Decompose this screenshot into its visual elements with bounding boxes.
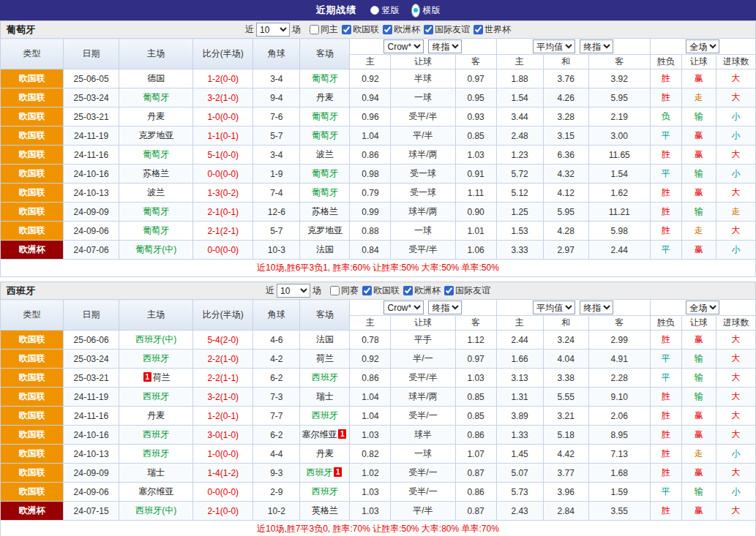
checkbox-input[interactable] (444, 286, 454, 295)
layout-radio-vertical[interactable]: 竖版 (370, 4, 400, 17)
result-cell: 胜 (650, 222, 681, 241)
odds-home-cell: 0.88 (350, 222, 391, 241)
average-select[interactable]: 平均值 (533, 301, 575, 314)
scope-select[interactable]: 全场 (686, 301, 719, 314)
scope-select[interactable]: 全场 (686, 39, 719, 53)
filter-checkbox[interactable]: 世界杯 (474, 23, 511, 36)
checkbox-input[interactable] (474, 25, 483, 34)
goals-cell: 小 (716, 445, 755, 464)
date-cell: 24-09-06 (64, 483, 119, 502)
odds-home-header: 主 (350, 316, 391, 331)
avg-home-cell: 1.31 (496, 388, 543, 407)
avg-draw-cell: 4.12 (543, 184, 588, 203)
avg-home-cell: 3.13 (496, 369, 543, 388)
result-cell: 胜 (650, 69, 681, 88)
avg-home-cell: 2.48 (496, 127, 543, 146)
odds-time-select[interactable]: 终指 (428, 39, 462, 53)
filter-checkbox[interactable]: 国际友谊 (424, 23, 470, 36)
date-cell: 24-11-19 (64, 127, 119, 146)
filter-checkbox[interactable]: 国际友谊 (444, 284, 490, 297)
average-time-select[interactable]: 终指 (580, 39, 613, 53)
date-cell: 25-03-24 (64, 88, 119, 107)
checkbox-input[interactable] (310, 25, 319, 34)
handicap-result-cell: 赢 (681, 407, 716, 426)
checkbox-input[interactable] (330, 286, 340, 295)
avg-home-cell: 1.33 (496, 426, 543, 445)
date-cell: 25-03-21 (64, 369, 119, 388)
checkbox-label: 欧洲杯 (414, 284, 441, 297)
checkbox-input[interactable] (383, 25, 392, 34)
competition-filter-checkboxes: 同赛欧国联欧洲杯国际友谊 (326, 284, 490, 297)
score-cell: 1-1(0-1) (193, 127, 253, 146)
filter-checkbox[interactable]: 同主 (310, 23, 338, 36)
odds-handicap-cell: 平/半 (391, 502, 455, 521)
filter-checkbox[interactable]: 欧国联 (342, 23, 379, 36)
avg-home-cell: 3.44 (496, 107, 543, 127)
odds-home-cell: 0.79 (350, 184, 391, 203)
games-count-select[interactable]: 10 (277, 284, 310, 298)
filter-checkbox[interactable]: 欧洲杯 (403, 284, 441, 297)
away-team-cell: 西班牙 (300, 369, 350, 388)
match-row: 欧国联24-10-16西班牙3-0(1-0)6-2塞尔维亚11.03球半0.86… (1, 426, 756, 445)
filter-checkbox[interactable]: 欧国联 (362, 284, 400, 297)
away-team-cell: 英格兰 (300, 502, 350, 521)
filters-bar: 近 10 场 同赛欧国联欧洲杯国际友谊 (266, 284, 490, 298)
bookmaker-select[interactable]: Crow* (383, 301, 424, 314)
layout-radio-horizontal[interactable]: 横版 (411, 4, 441, 18)
handicap-result-cell: 走 (681, 88, 716, 107)
result-cell: 负 (650, 107, 681, 127)
competition-type-cell: 欧国联 (1, 165, 64, 184)
filter-checkbox[interactable]: 同赛 (330, 284, 359, 297)
odds-home-cell: 0.78 (350, 331, 391, 350)
handicap-result-cell: 走 (681, 222, 716, 241)
checkbox-label: 国际友谊 (455, 284, 490, 297)
goals-cell: 大 (716, 331, 755, 350)
avg-draw-cell: 6.36 (543, 146, 588, 165)
goals-cell: 小 (716, 107, 755, 127)
odds-time-select[interactable]: 终指 (428, 301, 462, 314)
team-name: 苏格兰 (312, 206, 338, 216)
avg-draw-cell: 3.38 (543, 369, 588, 388)
bookmaker-select[interactable]: Crow* (383, 39, 424, 53)
date-cell: 25-03-24 (64, 350, 119, 369)
checkbox-input[interactable] (362, 286, 372, 295)
team-title: 西班牙 (7, 284, 35, 298)
games-count-select[interactable]: 10 (256, 23, 290, 37)
avg-draw-cell: 5.18 (543, 426, 588, 445)
odds-away-cell: 1.12 (455, 331, 496, 350)
avg-away-cell: 2.44 (588, 241, 650, 260)
date-cell: 24-09-09 (64, 203, 119, 222)
competition-type-cell: 欧国联 (1, 146, 64, 165)
date-cell: 24-10-13 (64, 445, 119, 464)
match-row: 欧国联25-06-05德国1-2(0-0)3-4葡萄牙0.92半球0.971.8… (1, 69, 756, 88)
avg-home-cell: 5.72 (496, 165, 543, 184)
checkbox-input[interactable] (403, 286, 413, 295)
checkbox-input[interactable] (424, 25, 433, 34)
away-team-cell: 葡萄牙 (300, 107, 350, 127)
score-cell: 2-2(1-0) (193, 350, 253, 369)
result-cell: 胜 (650, 146, 681, 165)
result-cell: 平 (650, 165, 681, 184)
match-row: 欧洲杯24-07-06葡萄牙(中)0-0(0-0)10-3法国0.84受平/半1… (1, 241, 756, 260)
checkbox-input[interactable] (342, 25, 351, 34)
avg-away-cell: 2.28 (588, 369, 650, 388)
score-column-header: 比分(半场) (193, 39, 253, 69)
average-time-select[interactable]: 终指 (580, 301, 613, 314)
odds-home-cell: 1.04 (350, 388, 391, 407)
radio-icon (411, 4, 420, 18)
team-name: 波兰 (147, 187, 165, 197)
avg-away-cell: 9.10 (588, 388, 650, 407)
avg-away-cell: 2.19 (588, 107, 650, 127)
odds-home-cell: 1.03 (350, 502, 391, 521)
score-column-header: 比分(半场) (193, 300, 253, 331)
match-row: 欧国联24-10-13波兰1-3(0-2)7-4葡萄牙0.79受一球1.115.… (1, 184, 756, 203)
filter-checkbox[interactable]: 欧洲杯 (383, 23, 420, 36)
avg-away-cell: 3.00 (588, 127, 650, 146)
average-select[interactable]: 平均值 (533, 39, 575, 53)
date-cell: 25-03-21 (64, 107, 119, 127)
avg-home-cell: 1.25 (496, 203, 543, 222)
corners-cell: 10-2 (253, 502, 300, 521)
team-name: 葡萄牙 (312, 73, 338, 83)
handicap-result-header: 让球 (681, 316, 716, 331)
score-cell: 1-0(0-0) (193, 107, 253, 127)
